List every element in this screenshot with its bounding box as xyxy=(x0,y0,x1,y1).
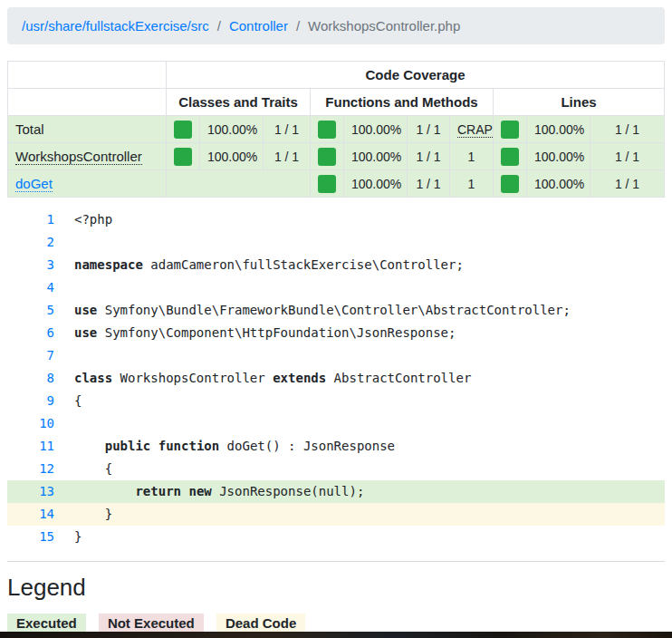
table-row-class: WorkshopsController 100.00% 1 / 1 100.00… xyxy=(8,143,665,170)
classes-percent: 100.00% xyxy=(200,143,264,170)
legend-title: Legend xyxy=(7,574,665,602)
coverage-bar xyxy=(318,121,336,139)
lines-percent: 100.00% xyxy=(527,116,590,143)
line-source: use Symfony\Component\HttpFoundation\Jso… xyxy=(54,322,456,344)
code-line: 8class WorkshopsController extends Abstr… xyxy=(7,367,665,390)
functions-ratio: 1 / 1 xyxy=(408,170,450,198)
line-number[interactable]: 15 xyxy=(7,526,54,548)
line-number[interactable]: 7 xyxy=(7,344,54,367)
source-code: 1<?php23namespace adamCameron\fullStackE… xyxy=(7,208,665,548)
classes-coverage-bar-cell xyxy=(167,116,200,143)
functions-coverage-bar-cell xyxy=(311,116,344,143)
line-number[interactable]: 8 xyxy=(7,367,54,390)
lines-percent: 100.00% xyxy=(527,170,590,198)
code-line: 2 xyxy=(7,231,665,254)
line-number[interactable]: 10 xyxy=(7,412,54,435)
coverage-report-page: /usr/share/fullstackExercise/src/Control… xyxy=(0,0,672,638)
breadcrumb-separator: / xyxy=(288,18,308,34)
functions-coverage-bar-cell xyxy=(311,170,344,198)
line-number[interactable]: 12 xyxy=(7,458,54,480)
crap-header-cell: CRAP xyxy=(450,116,494,143)
below-fold-content xyxy=(0,632,672,638)
line-source: { xyxy=(54,458,112,480)
line-source: class WorkshopsController extends Abstra… xyxy=(54,367,471,390)
line-source xyxy=(54,344,74,367)
line-source: } xyxy=(54,526,82,548)
code-line: 3namespace adamCameron\fullStackExercise… xyxy=(7,254,665,276)
functions-ratio: 1 / 1 xyxy=(408,116,450,143)
line-number[interactable]: 11 xyxy=(7,435,54,458)
crap-abbr: CRAP xyxy=(457,122,493,138)
line-source: { xyxy=(54,390,82,412)
class-name-abbr: WorkshopsController xyxy=(15,149,142,165)
breadcrumb-current-file: WorkshopsController.php xyxy=(308,18,460,34)
line-number[interactable]: 4 xyxy=(7,276,54,299)
method-link-doget[interactable]: doGet xyxy=(15,176,53,192)
classes-ratio: 1 / 1 xyxy=(264,116,311,143)
code-line: 12 { xyxy=(7,458,665,480)
code-line: 13 return new JsonResponse(null); xyxy=(7,480,665,503)
lines-ratio: 1 / 1 xyxy=(590,170,665,198)
functions-percent: 100.00% xyxy=(344,143,408,170)
line-number[interactable]: 9 xyxy=(7,390,54,412)
functions-ratio: 1 / 1 xyxy=(408,143,450,170)
line-number[interactable]: 13 xyxy=(7,480,54,503)
line-number[interactable]: 6 xyxy=(7,322,54,344)
code-line: 9{ xyxy=(7,390,665,412)
line-number[interactable]: 14 xyxy=(7,503,54,526)
coverage-bar xyxy=(318,175,336,193)
code-line: 4 xyxy=(7,276,665,299)
lines-coverage-bar-cell xyxy=(494,143,527,170)
row-label-method: doGet xyxy=(8,170,167,198)
row-label-class: WorkshopsController xyxy=(8,143,167,170)
line-source xyxy=(54,412,74,435)
code-line: 1<?php xyxy=(7,208,665,231)
row-label-total: Total xyxy=(8,116,167,143)
legend: Executed Not Executed Dead Code xyxy=(7,614,665,633)
code-line: 10 xyxy=(7,412,665,435)
functions-percent: 100.00% xyxy=(344,170,408,198)
line-source: use Symfony\Bundle\FrameworkBundle\Contr… xyxy=(54,299,571,322)
lines-coverage-bar-cell xyxy=(494,116,527,143)
breadcrumb-link-controller-dir[interactable]: Controller xyxy=(229,18,288,34)
table-row-method: doGet 100.00% 1 / 1 1 100.00% 1 / 1 xyxy=(8,170,665,198)
line-source: public function doGet() : JsonResponse xyxy=(54,435,395,458)
lines-ratio: 1 / 1 xyxy=(590,143,665,170)
column-header-functions-and-methods: Functions and Methods xyxy=(311,89,494,116)
code-line: 15} xyxy=(7,526,665,548)
line-number[interactable]: 5 xyxy=(7,299,54,322)
lines-ratio: 1 / 1 xyxy=(590,116,665,143)
header-spacer-cell xyxy=(8,62,167,89)
column-header-code-coverage: Code Coverage xyxy=(167,62,665,89)
lines-coverage-bar-cell xyxy=(494,170,527,198)
functions-coverage-bar-cell xyxy=(311,143,344,170)
coverage-table: Code Coverage Classes and Traits Functio… xyxy=(7,61,665,198)
line-source: namespace adamCameron\fullStackExercise\… xyxy=(54,254,464,276)
coverage-bar xyxy=(174,121,192,139)
crap-value: 1 xyxy=(450,170,494,198)
code-line: 7 xyxy=(7,344,665,367)
table-row-total: Total 100.00% 1 / 1 100.00% 1 / 1 CRAP 1… xyxy=(8,116,665,143)
table-header-row-groups: Classes and Traits Functions and Methods… xyxy=(8,89,665,116)
column-header-classes-and-traits: Classes and Traits xyxy=(167,89,311,116)
coverage-bar xyxy=(501,121,519,139)
code-line: 5use Symfony\Bundle\FrameworkBundle\Cont… xyxy=(7,299,665,322)
coverage-bar xyxy=(174,148,192,166)
coverage-bar xyxy=(501,175,519,193)
line-number[interactable]: 2 xyxy=(7,231,54,254)
line-source: <?php xyxy=(54,208,112,231)
breadcrumb-link-src-dir[interactable]: /usr/share/fullstackExercise/src xyxy=(22,18,209,34)
legend-chip-not-executed: Not Executed xyxy=(99,614,204,633)
line-source: } xyxy=(54,503,112,526)
coverage-bar xyxy=(501,148,519,166)
functions-percent: 100.00% xyxy=(344,116,408,143)
code-line: 11 public function doGet() : JsonRespons… xyxy=(7,435,665,458)
line-number[interactable]: 3 xyxy=(7,254,54,276)
classes-coverage-bar-cell xyxy=(167,143,200,170)
lines-percent: 100.00% xyxy=(527,143,590,170)
legend-chip-dead-code: Dead Code xyxy=(216,614,305,633)
code-line: 14 } xyxy=(7,503,665,526)
breadcrumb-separator: / xyxy=(209,18,229,34)
line-source xyxy=(54,231,74,254)
line-number[interactable]: 1 xyxy=(7,208,54,231)
